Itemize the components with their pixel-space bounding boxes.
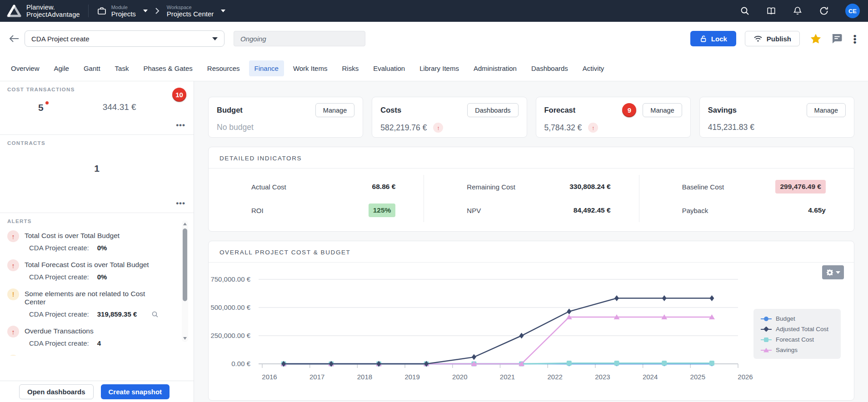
contracts-count: 1 bbox=[7, 163, 186, 174]
cost-transactions-menu-icon[interactable]: ••• bbox=[176, 121, 185, 130]
alerts-section: ALERTS ↑ Total Cost is over Total Budget… bbox=[0, 213, 194, 381]
topbar-divider bbox=[88, 5, 89, 17]
contracts-section: CONTRACTS 1 ••• bbox=[0, 135, 194, 213]
overall-cost-chart-panel: OVERALL PROJECT COST & BUDGET 750,000.00… bbox=[208, 241, 854, 401]
tab-library-items[interactable]: Library Items bbox=[414, 60, 464, 76]
alerts-scrollbar[interactable] bbox=[182, 220, 188, 342]
alert-item[interactable]: ↑ Total Cost is over Total Budget CDA Pr… bbox=[7, 230, 168, 252]
alert-critical-up-icon: ↑ bbox=[7, 259, 19, 271]
legend-forecast-cost: Forecast Cost bbox=[761, 336, 834, 343]
cost-transactions-count: 5 bbox=[38, 102, 44, 113]
alert-critical-up-icon: ↑ bbox=[7, 230, 19, 242]
forecast-badge: 9 bbox=[622, 103, 636, 117]
indicator-npv: NPV 84,492.45 € bbox=[424, 199, 639, 222]
svg-text:250,000.00 €: 250,000.00 € bbox=[210, 332, 250, 339]
cost-transactions-section: COST TRANSACTIONS 10 5 344.31 € ••• bbox=[0, 81, 194, 135]
library-book-icon[interactable] bbox=[766, 6, 776, 16]
tab-overview[interactable]: Overview bbox=[5, 60, 45, 76]
tab-agile[interactable]: Agile bbox=[49, 60, 75, 76]
legend-marker-circle bbox=[761, 316, 772, 322]
budget-value: No budget bbox=[217, 123, 354, 132]
project-header: CDA Project create Ongoing Lock Publish … bbox=[0, 22, 868, 55]
scrollbar-thumb[interactable] bbox=[183, 228, 187, 301]
forecast-card: Forecast 9 Manage 5,784.32 €↑ bbox=[536, 97, 691, 138]
svg-text:2026: 2026 bbox=[738, 373, 753, 381]
tab-finance[interactable]: Finance bbox=[249, 60, 284, 76]
workspace-switcher[interactable]: Workspace Projects Center bbox=[167, 5, 225, 18]
back-button[interactable] bbox=[7, 32, 21, 45]
savings-value: 415,231.83 € bbox=[708, 123, 754, 132]
costs-card: Costs Dashboards 582,219.76 €↑ bbox=[372, 97, 527, 138]
baseline-cost-pill: 299,476.49 € bbox=[775, 180, 826, 194]
tab-dashboards[interactable]: Dashboards bbox=[526, 60, 574, 76]
indicator-remaining-cost: Remaining Cost 330,808.24 € bbox=[424, 175, 639, 199]
savings-manage-button[interactable]: Manage bbox=[807, 103, 846, 117]
tab-phases-gates[interactable]: Phases & Gates bbox=[138, 60, 198, 76]
cost-transactions-title: COST TRANSACTIONS bbox=[7, 87, 186, 92]
alert-item[interactable]: ↑ Total Forecast Cost is over Total Budg… bbox=[7, 259, 168, 281]
workspace-label: Workspace bbox=[167, 5, 214, 10]
tab-evaluation[interactable]: Evaluation bbox=[368, 60, 410, 76]
detailed-indicators-title: DETAILED INDICATORS bbox=[219, 155, 302, 162]
top-bar: Planview. ProjectAdvantage Module Projec… bbox=[0, 0, 868, 22]
brand-text: Planview. ProjectAdvantage bbox=[26, 4, 80, 18]
svg-text:2023: 2023 bbox=[595, 373, 610, 381]
tab-administration[interactable]: Administration bbox=[468, 60, 522, 76]
alert-item[interactable]: ↑ Overdue Transactions CDA Project creat… bbox=[7, 326, 168, 347]
module-value: Projects bbox=[111, 10, 136, 18]
overflow-menu-icon[interactable]: ••• bbox=[852, 34, 858, 44]
costs-card-title: Costs bbox=[380, 106, 401, 114]
sidebar-footer: Open dashboards Create snapshot bbox=[0, 381, 194, 402]
svg-text:2016: 2016 bbox=[262, 373, 277, 381]
tab-work-items[interactable]: Work Items bbox=[288, 60, 333, 76]
publish-broadcast-icon bbox=[753, 35, 763, 42]
alert-item[interactable]: ! Some elements are not related to Cost … bbox=[7, 288, 168, 318]
workspace-value: Projects Center bbox=[167, 10, 214, 18]
comments-icon[interactable] bbox=[831, 33, 843, 44]
project-select-value: CDA Project create bbox=[31, 35, 90, 43]
alert-item[interactable]: ! Transactions outside budget horizon bbox=[7, 355, 168, 356]
search-icon[interactable] bbox=[740, 6, 750, 16]
svg-text:750,000.00 €: 750,000.00 € bbox=[210, 275, 250, 283]
notifications-bell-icon[interactable] bbox=[793, 6, 803, 16]
scroll-down-icon[interactable] bbox=[183, 337, 187, 340]
budget-card: Budget Manage No budget bbox=[208, 97, 363, 138]
contracts-menu-icon[interactable]: ••• bbox=[176, 199, 185, 208]
lock-button[interactable]: Lock bbox=[690, 31, 736, 46]
cost-budget-line-chart: 750,000.00 €500,000.00 €250,000.00 €0.00… bbox=[209, 268, 833, 399]
svg-text:2019: 2019 bbox=[404, 373, 419, 381]
create-snapshot-button[interactable]: Create snapshot bbox=[101, 384, 170, 399]
alert-critical-up-icon: ↑ bbox=[7, 326, 19, 337]
forecast-value: 5,784.32 € bbox=[544, 123, 582, 133]
tab-gantt[interactable]: Gantt bbox=[78, 60, 106, 76]
tab-activity[interactable]: Activity bbox=[577, 60, 610, 76]
favorite-star-icon[interactable] bbox=[810, 33, 822, 45]
alert-search-icon[interactable] bbox=[151, 311, 159, 318]
costs-dashboards-button[interactable]: Dashboards bbox=[467, 103, 518, 117]
svg-text:2022: 2022 bbox=[548, 373, 563, 381]
finance-main: Budget Manage No budget Costs Dashboards… bbox=[194, 81, 868, 402]
user-avatar[interactable]: CE bbox=[845, 4, 860, 18]
planview-brand: Planview. ProjectAdvantage bbox=[6, 4, 80, 18]
budget-manage-button[interactable]: Manage bbox=[315, 103, 354, 117]
module-switcher[interactable]: Module Projects bbox=[97, 5, 148, 18]
scroll-up-icon[interactable] bbox=[183, 223, 187, 225]
tab-risks[interactable]: Risks bbox=[336, 60, 364, 76]
open-dashboards-button[interactable]: Open dashboards bbox=[19, 384, 94, 399]
alert-warning-icon: ! bbox=[7, 355, 19, 356]
trend-up-icon: ↑ bbox=[588, 123, 598, 133]
alerts-list: ↑ Total Cost is over Total Budget CDA Pr… bbox=[7, 230, 186, 356]
module-label: Module bbox=[111, 5, 136, 10]
svg-text:2020: 2020 bbox=[452, 373, 467, 381]
forecast-manage-button[interactable]: Manage bbox=[643, 103, 682, 117]
detailed-indicators-panel: DETAILED INDICATORS Actual Cost 68.86 € … bbox=[208, 147, 854, 232]
project-select[interactable]: CDA Project create bbox=[25, 30, 224, 47]
forecast-card-title: Forecast bbox=[544, 106, 576, 114]
tab-resources[interactable]: Resources bbox=[202, 60, 245, 76]
chevron-down-icon bbox=[221, 10, 225, 12]
tab-task[interactable]: Task bbox=[110, 60, 135, 76]
indicator-actual-cost: Actual Cost 68.86 € bbox=[209, 175, 424, 199]
refresh-icon[interactable] bbox=[819, 6, 829, 16]
publish-button[interactable]: Publish bbox=[745, 31, 800, 46]
legend-marker-square bbox=[761, 337, 772, 342]
